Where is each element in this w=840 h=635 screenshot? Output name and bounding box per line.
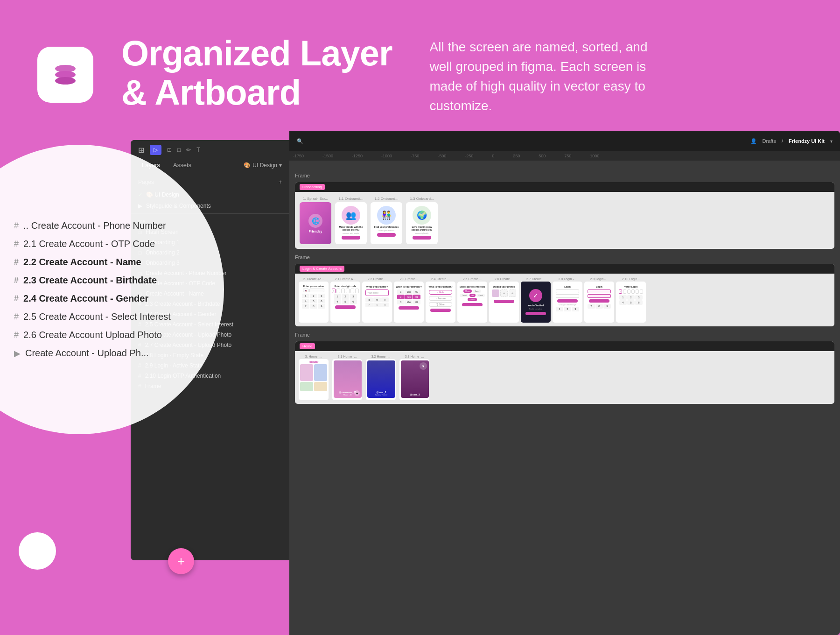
- screen-splash[interactable]: 1. Splash Scr... 🌐 Friendzy: [300, 197, 331, 244]
- circle-layer-label: 2.3 Create Account - Birthdate: [23, 275, 157, 286]
- screen-login[interactable]: 2.8 Login -... Login Or Login with Googl…: [553, 277, 582, 323]
- circle-layer-label: 2.2 Create Account - Name: [23, 257, 141, 268]
- assets-tab[interactable]: Assets: [169, 160, 195, 170]
- pen-tool[interactable]: ✏: [186, 147, 191, 153]
- layers-panel-header: ⊞ ▷ ⊡ □ ✏ T: [131, 140, 289, 160]
- screen-onboard3[interactable]: 1.3 Onboard... 🌍 Let's meeting new peopl…: [406, 197, 438, 244]
- hash-icon: ▶: [14, 348, 21, 359]
- home-tab[interactable]: Home: [300, 343, 315, 349]
- project-label[interactable]: Friendzy UI Kit: [789, 138, 825, 144]
- select-tool[interactable]: ▷: [150, 145, 161, 155]
- text-tool[interactable]: T: [196, 147, 200, 153]
- logo-icon: [37, 47, 93, 103]
- screen-home1[interactable]: 3. Home -... Friendzy: [299, 355, 329, 400]
- canvas-body[interactable]: Frame Onboarding 1. Splash Scr...: [289, 161, 840, 635]
- circle-layer-phone: # .. Create Account - Phone Number: [14, 218, 205, 234]
- drafts-label: Drafts: [763, 138, 776, 144]
- screen-birthdate[interactable]: 2.3 Create... When is your birthday? 1 J…: [394, 277, 424, 323]
- circle-layer-upload2: ▶ Create Account - Upload Ph...: [14, 345, 205, 361]
- screen-phone[interactable]: 2. Create Ac... Enter your number 🇺🇸 1 2: [299, 277, 329, 323]
- frame-tool[interactable]: ⊡: [167, 147, 172, 153]
- onboarding-frame-section: Frame Onboarding 1. Splash Scr...: [295, 173, 834, 249]
- screen-onboard1[interactable]: 1.1 Onboardi... 👥 Make friends with the …: [335, 197, 367, 244]
- hash-icon: #: [14, 275, 19, 285]
- circle-layer-birthdate: # 2.3 Create Account - Birthdate: [14, 272, 205, 289]
- add-page-button[interactable]: +: [279, 179, 282, 185]
- hash-icon: #: [14, 221, 19, 231]
- project-chevron[interactable]: ▾: [830, 139, 833, 144]
- rect-tool[interactable]: □: [177, 147, 181, 153]
- add-layer-button[interactable]: +: [168, 548, 194, 574]
- hash-icon: #: [14, 257, 19, 267]
- user-avatar-icon: 👤: [750, 138, 757, 144]
- figma-canvas: 🔍 👤 Drafts / Friendzy UI Kit ▾ -1750 -15…: [289, 131, 840, 635]
- header-title: Organized Layer & Artboard: [121, 34, 392, 112]
- screen-interest[interactable]: 2.5 Create ... Select up to 5 interests …: [457, 277, 487, 323]
- hash-icon: #: [14, 312, 19, 322]
- hash-icon: #: [14, 294, 19, 303]
- svg-point-2: [55, 77, 76, 85]
- hash-icon: #: [14, 239, 19, 249]
- login-tab-row: Login & Create Account: [295, 264, 834, 274]
- frame-label-login: Frame: [295, 254, 834, 260]
- screen-gender[interactable]: 2.4 Create ... What is your gender? ♂ Ma…: [426, 277, 455, 323]
- screen-login-otp[interactable]: 2.10 Login... Verify Login •: [616, 277, 646, 323]
- screen-login-active[interactable]: 2.9 Login -... Login 7 8 9: [584, 277, 614, 323]
- circle-layer-label: 2.6 Create Account Upload Photo: [23, 330, 162, 340]
- circle-layer-label: 2.4 Create Account - Gender: [23, 293, 148, 304]
- circle-layer-gender: # 2.4 Create Account - Gender: [14, 290, 205, 307]
- screen-home2[interactable]: 3.1 Home -... @username_23 Music · Art ♥: [332, 355, 362, 400]
- hash-icon: #: [14, 330, 19, 340]
- circle-layer-otp: # 2.1 Create Account - OTP Code: [14, 236, 205, 252]
- screen-home4[interactable]: 3.3 Home -... ♥ @user_3: [399, 355, 429, 400]
- figma-mockup: ⊞ ▷ ⊡ □ ✏ T Layers Assets 🎨 UI Design ▾ …: [131, 131, 840, 635]
- deco-circle: [19, 532, 56, 570]
- frame-label-home: Frame: [295, 332, 834, 338]
- screen-home3[interactable]: 3.2 Home -... @user_2 Sports · Travel: [366, 355, 396, 400]
- screen-upload-photo[interactable]: 2.6 Create ... Upload your photos + +: [489, 277, 519, 323]
- screen-onboard2[interactable]: 1.2 Onboard... 👫 Find your preferences s…: [371, 197, 402, 244]
- circle-layer-label: .. Create Account - Phone Number: [23, 220, 166, 231]
- circle-layer-label: 2.1 Create Account - OTP Code: [23, 239, 155, 249]
- screen-verified[interactable]: 2.7 Create ... ✓ You're Verified Profile…: [521, 277, 551, 323]
- login-tab[interactable]: Login & Create Account: [300, 266, 344, 272]
- figma-canvas-toolbar: 🔍 👤 Drafts / Friendzy UI Kit ▾: [289, 131, 840, 151]
- header-text-group: Organized Layer & Artboard All the scree…: [121, 34, 654, 116]
- onboarding-tab-row: Onboarding: [295, 182, 834, 192]
- screen-name[interactable]: 2.2 Create ... What's your name? Your na…: [362, 277, 392, 323]
- circle-layer-label: Create Account - Upload Ph...: [25, 348, 149, 359]
- header-section: Organized Layer & Artboard All the scree…: [0, 0, 840, 149]
- grid-icon[interactable]: ⊞: [138, 146, 144, 155]
- search-icon[interactable]: 🔍: [297, 138, 303, 144]
- circle-layer-name: # 2.2 Create Account - Name: [14, 254, 205, 270]
- header-description: All the screen are named, sorted, and we…: [430, 34, 654, 116]
- home-tab-row: Home: [295, 341, 834, 351]
- onboarding-tab[interactable]: Onboarding: [300, 184, 325, 190]
- circle-layer-upload: # 2.6 Create Account Upload Photo: [14, 327, 205, 343]
- frame-label-onboarding: Frame: [295, 173, 834, 178]
- ruler-horizontal: -1750 -1500 -1250 -1000 -750 -500 -250 0…: [289, 151, 840, 161]
- home-frame-section: Frame Home 3. Home -... Friendzy: [295, 332, 834, 404]
- screen-otp[interactable]: 2.1 Create A... Enter six-digit code •: [330, 277, 360, 323]
- circle-layer-interest: # 2.5 Create Account - Select Interest: [14, 309, 205, 325]
- login-frame-section: Frame Login & Create Account 2. Create A…: [295, 254, 834, 326]
- circle-layer-label: 2.5 Create Account - Select Interest: [23, 311, 171, 322]
- ui-design-tab[interactable]: 🎨 UI Design ▾: [244, 162, 282, 169]
